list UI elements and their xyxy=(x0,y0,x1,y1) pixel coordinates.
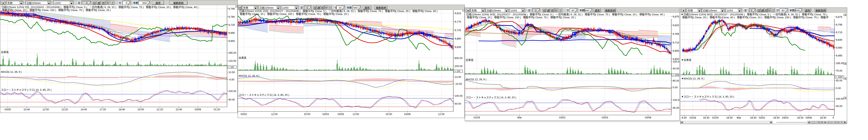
svg-text:0: 0 xyxy=(833,116,834,119)
svg-text:20:00: 20:00 xyxy=(386,112,392,116)
svg-text:MACD( 12, 26, 9 ): MACD( 12, 26, 9 ) xyxy=(239,74,259,77)
svg-text:185.00: 185.00 xyxy=(836,61,844,65)
svg-text:0.00: 0.00 xyxy=(836,86,841,90)
svg-text:45.00: 45.00 xyxy=(836,104,842,108)
svg-text:移動平均( Close, 10 ) 移動平均( Clos: 移動平均( Close, 10 ) 移動平均( Close, 150 ) 移動平… xyxy=(2,8,111,12)
svg-text:100.00: 100.00 xyxy=(673,98,680,102)
svg-text:12:00: 12:00 xyxy=(438,112,445,116)
svg-text:285.00: 285.00 xyxy=(228,51,236,55)
svg-text:100.00: 100.00 xyxy=(836,97,844,101)
svg-text:9,715: 9,715 xyxy=(836,30,842,34)
svg-text:9,485: 9,485 xyxy=(836,54,842,57)
svg-text:13.00: 13.00 xyxy=(455,75,461,79)
svg-text:16:30: 16:30 xyxy=(750,116,757,119)
svg-text:移動平均( Close, 10 ) 移動平均( Clos: 移動平均( Close, 10 ) 移動平均( Close, 150 ) 移動平… xyxy=(240,12,348,16)
svg-text:03/02: 03/02 xyxy=(241,112,247,116)
svg-text:03/03: 03/03 xyxy=(602,115,608,119)
svg-text:12:00: 12:00 xyxy=(271,112,278,116)
svg-text:12:00: 12:00 xyxy=(352,112,359,116)
svg-text:9,760: 9,760 xyxy=(228,15,235,19)
svg-text:10:40: 10:40 xyxy=(24,107,30,111)
svg-text:9,875: 9,875 xyxy=(836,15,842,19)
svg-text:120.00: 120.00 xyxy=(228,59,236,63)
svg-text:9,655: 9,655 xyxy=(228,39,235,43)
svg-text:▼MACD( 12, 26, 9 ): ▼MACD( 12, 26, 9 ) xyxy=(681,76,705,80)
svg-text:105.00: 105.00 xyxy=(673,60,680,63)
svg-text:40.00: 40.00 xyxy=(673,66,679,70)
svg-text:03/06: 03/06 xyxy=(806,116,812,119)
svg-text:18:40: 18:40 xyxy=(119,107,125,111)
svg-text:9,710: 9,710 xyxy=(673,40,679,44)
svg-text:17:20: 17:20 xyxy=(99,107,106,111)
svg-text:03/06: 03/06 xyxy=(645,115,651,119)
svg-text:スロー・ストキャスティクス( 14, 3, 80, 20 ): スロー・ストキャスティクス( 14, 3, 80, 20 ) xyxy=(1,88,52,92)
svg-text:21:20: 21:20 xyxy=(157,107,163,111)
svg-text:9,560: 9,560 xyxy=(836,46,842,49)
svg-text:100.00: 100.00 xyxy=(455,94,463,98)
svg-text:03/03: 03/03 xyxy=(782,116,788,119)
svg-text:03/06: 03/06 xyxy=(195,107,201,111)
svg-text:600.00: 600.00 xyxy=(455,56,463,60)
svg-text:65.00: 65.00 xyxy=(673,79,679,82)
svg-text:40.00: 40.00 xyxy=(455,102,461,105)
svg-text:-10.50: -10.50 xyxy=(455,82,462,85)
svg-text:MACD( 12, 26, 9 ): MACD( 12, 26, 9 ) xyxy=(466,77,487,81)
svg-text:02/28: 02/28 xyxy=(690,116,696,119)
svg-text:× 1000: × 1000 xyxy=(836,75,843,78)
svg-text:12:00: 12:00 xyxy=(42,107,49,111)
svg-text:スロー・ストキャスティクス( 14, 3, 80, 20 ): スロー・ストキャスティクス( 14, 3, 80, 20 ) xyxy=(239,93,289,97)
svg-text:出来高: 出来高 xyxy=(466,58,473,62)
svg-text:移動平均( Close, 20 ) 移動平均( Clos: 移動平均( Close, 20 ) 移動平均( Close, 40 ) 移動平均… xyxy=(682,15,829,19)
svg-text:16:30: 16:30 xyxy=(773,116,780,119)
svg-text:16:30: 16:30 xyxy=(726,116,733,119)
svg-text:03/06: 03/06 xyxy=(404,112,411,116)
svg-text:出来高: 出来高 xyxy=(1,50,9,54)
svg-text:22:40: 22:40 xyxy=(176,107,182,111)
svg-text:9,820: 9,820 xyxy=(673,23,679,27)
svg-text:13:20: 13:20 xyxy=(61,107,68,111)
svg-text:× 1000: × 1000 xyxy=(673,73,679,76)
svg-text:スロー・ストキャスティクス( 14, 3, 80, 20 ): スロー・ストキャスティクス( 14, 3, 80, 20 ) xyxy=(466,95,516,99)
svg-text:▼出来高: ▼出来高 xyxy=(681,58,691,62)
svg-text:03/02: 03/02 xyxy=(559,115,566,119)
svg-text:9,770: 9,770 xyxy=(455,20,461,24)
svg-text:9,640: 9,640 xyxy=(836,38,842,41)
svg-text:9,795: 9,795 xyxy=(228,7,235,10)
svg-text:9,725: 9,725 xyxy=(455,28,461,32)
svg-text:03/05: 03/05 xyxy=(4,107,11,111)
svg-text:10.50: 10.50 xyxy=(228,70,235,74)
svg-text:14:40: 14:40 xyxy=(81,107,87,111)
svg-text:03/05: 03/05 xyxy=(338,112,344,116)
svg-text:5.00: 5.00 xyxy=(673,85,678,89)
svg-text:-4.50: -4.50 xyxy=(228,77,234,81)
svg-text:100.00: 100.00 xyxy=(228,89,236,93)
svg-text:16:30: 16:30 xyxy=(797,116,804,119)
svg-text:02/29: 02/29 xyxy=(712,116,719,119)
svg-text:Mar: Mar xyxy=(737,116,741,119)
svg-text:9,875: 9,875 xyxy=(673,14,679,18)
svg-text:03/02: 03/02 xyxy=(759,116,765,119)
svg-text:55.00: 55.00 xyxy=(836,78,842,82)
svg-text:20:00: 20:00 xyxy=(304,112,310,116)
svg-text:200.00: 200.00 xyxy=(455,64,463,68)
svg-text:Mar: Mar xyxy=(517,115,522,119)
svg-text:9,635: 9,635 xyxy=(455,45,461,49)
svg-text:9,655: 9,655 xyxy=(673,49,679,53)
svg-text:01:20: 01:20 xyxy=(214,107,220,111)
svg-text:6:30: 6:30 xyxy=(682,116,686,119)
svg-text:9,765: 9,765 xyxy=(673,32,679,36)
svg-text:移動平均( Close, 10 ) 移動平均( Clos: 移動平均( Close, 10 ) 移動平均( Close, 150 ) 移動平… xyxy=(467,15,576,19)
svg-text:× 100: × 100 xyxy=(455,69,460,73)
svg-text:20:00: 20:00 xyxy=(137,107,144,111)
svg-text:MACD( 12, 26, 9 ): MACD( 12, 26, 9 ) xyxy=(1,70,22,74)
svg-text:02/29: 02/29 xyxy=(474,115,480,119)
svg-text:9,680: 9,680 xyxy=(455,37,461,40)
svg-text:03/03: 03/03 xyxy=(322,112,329,116)
svg-text:75.00: 75.00 xyxy=(836,69,842,72)
svg-text:9,795: 9,795 xyxy=(836,23,842,26)
svg-text:× 100: × 100 xyxy=(228,65,234,68)
svg-text:9,815: 9,815 xyxy=(455,11,461,15)
svg-text:9,690: 9,690 xyxy=(228,31,235,35)
svg-text:出来高: 出来高 xyxy=(239,56,246,59)
svg-text:16:30: 16:30 xyxy=(703,116,710,119)
